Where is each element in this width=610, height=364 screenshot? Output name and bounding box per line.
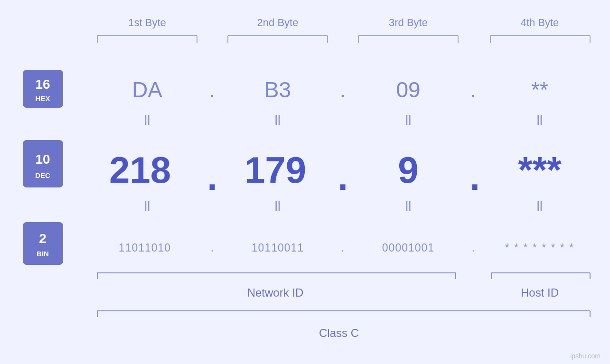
dec-label-base: DEC (35, 171, 50, 179)
bin-dot-3: . (472, 242, 475, 254)
dec-byte-3: 9 (398, 149, 418, 191)
class-c-label: Class C (319, 327, 359, 339)
hex-byte-3: 09 (396, 77, 420, 102)
bin-byte-1: 11011010 (119, 242, 171, 254)
dec-dot-3: . (469, 156, 480, 198)
eq1-3: || (405, 113, 411, 125)
eq1-2: || (275, 113, 281, 125)
byte-header-3: 3rd Byte (389, 17, 428, 28)
dec-label-num: 10 (35, 152, 50, 167)
byte-header-1: 1st Byte (128, 17, 166, 28)
dec-dot-2: . (338, 156, 348, 198)
eq1-1: || (144, 113, 150, 125)
network-id-label: Network ID (247, 286, 304, 299)
bin-label-num: 2 (39, 231, 47, 246)
page-container: 1st Byte 2nd Byte 3rd Byte 4th Byte 16 H… (0, 0, 610, 364)
bin-byte-3: 00001001 (382, 242, 434, 254)
eq2-3: || (405, 199, 411, 211)
hex-byte-1: DA (132, 77, 162, 102)
bin-dot-2: . (341, 242, 344, 254)
dec-dot-1: . (207, 156, 217, 198)
watermark: ipshu.com (570, 352, 601, 360)
dec-byte-4: *** (518, 149, 562, 191)
byte-header-2: 2nd Byte (257, 17, 299, 28)
dec-byte-1: 218 (109, 149, 171, 191)
bin-dot-1: . (211, 242, 214, 254)
hex-byte-2: B3 (264, 77, 291, 102)
byte-header-4: 4th Byte (521, 17, 559, 28)
host-id-label: Host ID (521, 286, 559, 299)
eq2-2: || (275, 199, 281, 211)
eq2-4: || (537, 199, 543, 211)
hex-dot-2: . (340, 77, 346, 102)
hex-label-num: 16 (35, 77, 50, 92)
eq1-4: || (537, 113, 543, 125)
bin-byte-4: * * * * * * * * (505, 242, 574, 254)
eq2-1: || (144, 199, 150, 211)
hex-dot-1: . (209, 77, 216, 102)
hex-byte-4: ** (531, 77, 548, 102)
hex-label-base: HEX (36, 94, 50, 103)
bin-label-base: BIN (37, 250, 49, 258)
dec-byte-2: 179 (244, 149, 306, 191)
hex-dot-3: . (470, 77, 477, 102)
bin-byte-2: 10110011 (252, 242, 304, 254)
